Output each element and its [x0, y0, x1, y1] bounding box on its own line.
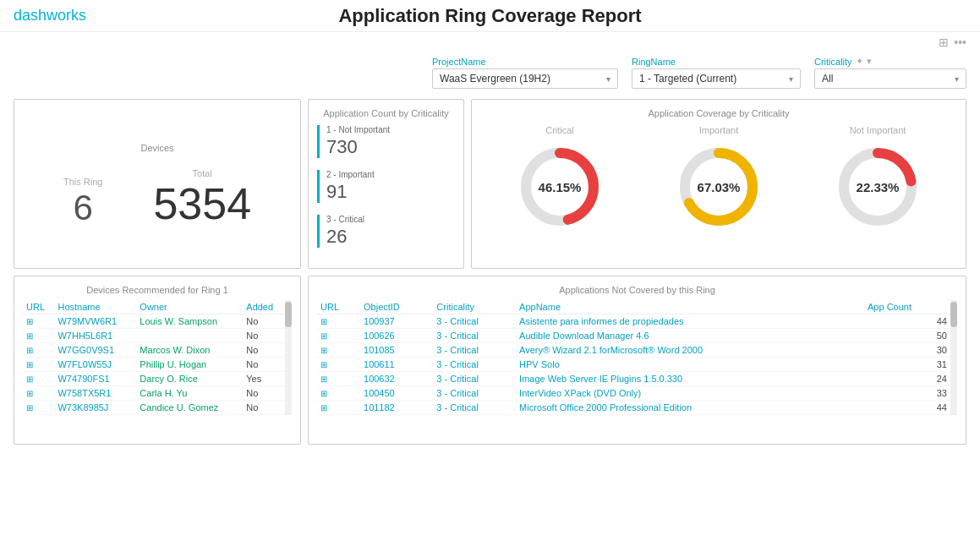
appname-cell: Microsoft Office 2000 Professional Editi… — [516, 401, 864, 415]
top-row: Devices This Ring 6 Total 5354 Applicati… — [14, 99, 966, 269]
added-cell: No — [243, 329, 285, 343]
coverage-charts: Critical 46.15% Important — [480, 125, 957, 233]
hostname-cell: W74790FS1 — [54, 372, 136, 386]
more-options-icon[interactable]: ••• — [954, 36, 966, 49]
devices-table-scroll-thumb[interactable] — [285, 302, 292, 327]
hostname-cell: W7GG0V9S1 — [54, 343, 136, 358]
objectid-cell: 100450 — [360, 386, 433, 401]
url-cell[interactable]: ⊞ — [23, 401, 54, 415]
devices-table-wrapper: URL Hostname Owner Added ⊞ W79MVW6R1 Lou… — [23, 300, 292, 415]
project-filter-select[interactable]: WaaS Evergreen (19H2) ▾ — [432, 68, 618, 89]
project-filter-group: ProjectName WaaS Evergreen (19H2) ▾ — [432, 57, 618, 89]
criticality-collapse-icon[interactable]: ▾ — [867, 56, 872, 67]
criticality-cell: 3 - Critical — [433, 372, 516, 386]
table-row: ⊞ W73K8985J Candice U. Gomez No — [23, 401, 285, 415]
total-label: Total — [193, 168, 212, 178]
this-ring-label: This Ring — [63, 177, 102, 187]
table-row: ⊞ W74790FS1 Darcy O. Rice Yes — [23, 372, 285, 386]
url-cell[interactable]: ⊞ — [23, 343, 54, 358]
criticality-list: 1 - Not Important 730 2 - Important 91 3… — [317, 125, 455, 248]
appname-cell: InterVideo XPack (DVD Only) — [516, 386, 864, 401]
objectid-cell: 101182 — [360, 401, 433, 415]
objectid-cell: 100937 — [360, 314, 433, 329]
coverage-critical: Critical 46.15% — [513, 125, 606, 233]
url-cell[interactable]: ⊞ — [23, 329, 54, 343]
table-row: ⊞ 100611 3 - Critical HPV Solo 31 — [317, 358, 950, 372]
devices-table-card: Devices Recommended for Ring 1 URL Hostn… — [14, 276, 301, 445]
hostname-cell: W79MVW6R1 — [54, 314, 136, 329]
url-cell[interactable]: ⊞ — [23, 372, 54, 386]
layout-icon[interactable]: ⊞ — [939, 36, 949, 49]
app-count-card: Application Count by Criticality 1 - Not… — [308, 99, 464, 269]
url-cell[interactable]: ⊞ — [317, 314, 360, 329]
count-cell: 50 — [864, 329, 950, 343]
count-cell: 44 — [864, 401, 950, 415]
url-cell[interactable]: ⊞ — [23, 386, 54, 401]
apps-table-wrapper: URL ObjectID Criticality AppName App Cou… — [317, 300, 957, 415]
coverage-card: Application Coverage by Criticality Crit… — [471, 99, 966, 269]
url-cell[interactable]: ⊞ — [317, 401, 360, 415]
col-hostname: Hostname — [54, 300, 136, 314]
apps-table-scrollbar[interactable] — [950, 300, 957, 415]
table-row: ⊞ W7GG0V9S1 Marcos W. Dixon No — [23, 343, 285, 358]
col-objectid: ObjectID — [360, 300, 433, 314]
donut-important-value: 67.03% — [698, 180, 741, 194]
apps-table: URL ObjectID Criticality AppName App Cou… — [317, 300, 950, 415]
criticality-item-value-0: 730 — [326, 136, 455, 158]
url-cell[interactable]: ⊞ — [23, 358, 54, 372]
apps-table-card: Applications Not Covered by this Ring UR… — [308, 276, 966, 445]
count-cell: 24 — [864, 372, 950, 386]
criticality-cell: 3 - Critical — [433, 401, 516, 415]
owner-cell — [136, 329, 243, 343]
devices-table-title: Devices Recommended for Ring 1 — [23, 285, 292, 295]
criticality-cell: 3 - Critical — [433, 386, 516, 401]
owner-cell: Phillip U. Hogan — [136, 358, 243, 372]
url-cell[interactable]: ⊞ — [317, 329, 360, 343]
apps-table-scroll-thumb[interactable] — [950, 302, 957, 327]
criticality-settings-icon[interactable]: ✦ — [856, 56, 863, 67]
objectid-cell: 100632 — [360, 372, 433, 386]
url-cell[interactable]: ⊞ — [317, 372, 360, 386]
table-row: ⊞ 101085 3 - Critical Avery® Wizard 2.1 … — [317, 343, 950, 358]
project-filter-label: ProjectName — [432, 57, 618, 67]
main-content: Devices This Ring 6 Total 5354 Applicati… — [0, 92, 980, 451]
page-title: Application Ring Coverage Report — [338, 5, 641, 27]
donut-not-important: 22.33% — [831, 140, 924, 233]
url-cell[interactable]: ⊞ — [23, 314, 54, 329]
col-added: Added — [243, 300, 285, 314]
list-item: 1 - Not Important 730 — [317, 125, 455, 158]
criticality-cell: 3 - Critical — [433, 329, 516, 343]
url-cell[interactable]: ⊞ — [317, 386, 360, 401]
criticality-filter-select[interactable]: All ▾ — [814, 68, 966, 89]
owner-cell: Marcos W. Dixon — [136, 343, 243, 358]
table-row: ⊞ 100937 3 - Critical Asistente para inf… — [317, 314, 950, 329]
count-cell: 44 — [864, 314, 950, 329]
coverage-not-important: Not Important 22.33% — [831, 125, 924, 233]
criticality-filter-group: Criticality ✦ ▾ All ▾ — [814, 56, 966, 89]
app-count-title: Application Count by Criticality — [317, 108, 455, 118]
col-owner: Owner — [136, 300, 243, 314]
criticality-filter-value: All — [822, 73, 833, 85]
added-cell: No — [243, 343, 285, 358]
objectid-cell: 101085 — [360, 343, 433, 358]
table-row: ⊞ 100450 3 - Critical InterVideo XPack (… — [317, 386, 950, 401]
filter-icons: ⊞ ••• — [939, 36, 966, 49]
appname-cell: Avery® Wizard 2.1 forMicrosoft® Word 200… — [516, 343, 864, 358]
owner-cell: Darcy O. Rice — [136, 372, 243, 386]
ring-filter-select[interactable]: 1 - Targeted (Current) ▾ — [632, 68, 801, 89]
ring-filter-label: RingName — [632, 57, 801, 67]
appname-cell: HPV Solo — [516, 358, 864, 372]
criticality-chevron-icon: ▾ — [955, 74, 959, 84]
bottom-row: Devices Recommended for Ring 1 URL Hostn… — [14, 276, 966, 445]
devices-table-scrollbar[interactable] — [285, 300, 292, 415]
url-cell[interactable]: ⊞ — [317, 358, 360, 372]
col-criticality: Criticality — [433, 300, 516, 314]
devices-title: Devices — [140, 143, 173, 153]
apps-table-title: Applications Not Covered by this Ring — [317, 285, 957, 295]
total-value: 5354 — [153, 182, 251, 226]
header: dashworks Application Ring Coverage Repo… — [0, 0, 980, 32]
hostname-cell: W7HH5L6R1 — [54, 329, 136, 343]
url-cell[interactable]: ⊞ — [317, 343, 360, 358]
this-ring-col: This Ring 6 — [63, 177, 102, 226]
donut-not-important-value: 22.33% — [857, 180, 900, 194]
